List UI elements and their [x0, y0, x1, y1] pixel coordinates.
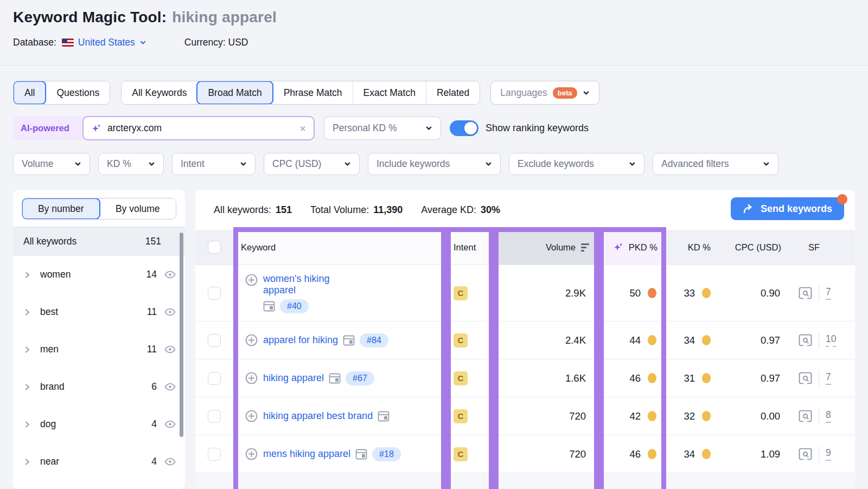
group-item-best[interactable]: best 11 — [13, 293, 185, 331]
chevron-right-icon[interactable] — [23, 383, 31, 391]
eye-icon[interactable] — [164, 455, 176, 468]
intent-badge[interactable]: C — [454, 371, 468, 385]
sf-count[interactable]: 10 — [826, 333, 836, 347]
ranking-badge[interactable]: #67 — [346, 371, 374, 385]
column-sf[interactable]: SF — [790, 230, 855, 265]
send-keywords-button[interactable]: Send keywords — [731, 197, 844, 220]
add-keyword-icon[interactable] — [245, 409, 258, 423]
filter-include-keywords[interactable]: Include keywords — [368, 153, 501, 175]
serp-preview-icon[interactable] — [799, 372, 812, 384]
eye-icon[interactable] — [164, 306, 176, 318]
column-pkd[interactable]: PKD % — [599, 230, 666, 265]
personal-kd-dropdown[interactable]: Personal KD % — [324, 117, 441, 140]
row-checkbox[interactable] — [208, 287, 221, 300]
serp-icon[interactable] — [355, 449, 367, 460]
group-item-women[interactable]: women 14 — [13, 256, 185, 293]
group-item-dog[interactable]: dog 4 — [13, 406, 185, 443]
column-kd[interactable]: KD % — [666, 230, 720, 265]
us-flag-icon — [62, 38, 74, 47]
tab-related[interactable]: Related — [426, 81, 480, 104]
intent-badge[interactable]: C — [454, 409, 468, 423]
clear-search-icon[interactable]: × — [299, 123, 306, 134]
chevron-down-icon — [763, 160, 770, 168]
add-keyword-icon[interactable] — [245, 447, 258, 461]
ranking-badge[interactable]: #18 — [372, 447, 401, 461]
chevron-right-icon[interactable] — [23, 308, 31, 316]
ranking-badge[interactable]: #84 — [360, 333, 388, 348]
serp-icon[interactable] — [343, 335, 355, 346]
group-item-brand[interactable]: brand 6 — [13, 368, 185, 406]
serp-preview-icon[interactable] — [799, 287, 812, 299]
pkd-dot — [648, 373, 656, 383]
add-keyword-icon[interactable] — [245, 333, 258, 347]
keyword-link[interactable]: women's hiking apparel — [263, 273, 360, 296]
all-keywords-row[interactable]: All keywords 151 — [13, 227, 185, 256]
sf-count[interactable]: 7 — [826, 371, 831, 385]
sort-desc-icon — [581, 243, 589, 252]
tab-exact-match[interactable]: Exact Match — [353, 81, 426, 104]
filter-exclude-keywords[interactable]: Exclude keywords — [509, 153, 644, 175]
sidebar-scrollbar[interactable] — [180, 233, 183, 437]
tab-questions[interactable]: Questions — [46, 81, 110, 104]
filter-kd[interactable]: KD % — [98, 153, 164, 175]
select-all-checkbox[interactable] — [208, 241, 221, 254]
filter-intent[interactable]: Intent — [172, 153, 256, 175]
eye-icon[interactable] — [164, 418, 176, 430]
intent-badge[interactable]: C — [454, 447, 468, 461]
tab-phrase-match[interactable]: Phrase Match — [273, 81, 353, 104]
tab-all[interactable]: All — [13, 81, 46, 105]
sf-count[interactable]: 9 — [826, 447, 831, 461]
eye-icon[interactable] — [164, 343, 176, 356]
keyword-link[interactable]: hiking apparel — [263, 372, 324, 384]
chevron-right-icon[interactable] — [23, 421, 31, 428]
toggle-knob — [464, 122, 477, 134]
serp-preview-icon[interactable] — [799, 334, 812, 346]
serp-icon[interactable] — [378, 411, 390, 422]
group-item-near[interactable]: near 4 — [13, 443, 185, 480]
keyword-link[interactable]: mens hiking apparel — [263, 448, 350, 460]
keyword-link[interactable]: hiking apparel best brand — [263, 410, 373, 422]
add-keyword-icon[interactable] — [245, 371, 258, 385]
column-keyword[interactable]: Keyword — [233, 230, 446, 265]
intent-badge[interactable]: C — [454, 333, 468, 348]
add-keyword-icon[interactable] — [245, 273, 258, 287]
ai-powered-label: AI-powered — [13, 123, 69, 133]
chevron-right-icon[interactable] — [23, 458, 31, 466]
sf-count[interactable]: 8 — [826, 409, 831, 423]
cpc-value: 0.97 — [720, 372, 790, 384]
row-checkbox[interactable] — [208, 372, 221, 385]
chevron-right-icon[interactable] — [23, 271, 31, 279]
tab-all-keywords[interactable]: All Keywords — [122, 81, 197, 104]
tab-by-volume[interactable]: By volume — [100, 198, 176, 219]
serp-preview-icon[interactable] — [799, 410, 812, 422]
table-next-row-partial — [195, 473, 855, 489]
group-item-men[interactable]: men 11 — [13, 331, 185, 368]
filter-cpc[interactable]: CPC (USD) — [264, 153, 360, 175]
serp-icon[interactable] — [263, 301, 275, 312]
serp-icon[interactable] — [329, 373, 341, 384]
keyword-link[interactable]: apparel for hiking — [263, 334, 338, 346]
column-cpc[interactable]: CPC (USD) — [720, 230, 790, 265]
chevron-down-icon — [425, 125, 432, 132]
filter-advanced[interactable]: Advanced filters — [653, 153, 778, 175]
row-checkbox[interactable] — [208, 334, 221, 347]
tab-broad-match[interactable]: Broad Match — [196, 81, 273, 105]
volume-value: 720 — [494, 448, 599, 460]
serp-preview-icon[interactable] — [799, 448, 812, 460]
sf-count[interactable]: 7 — [826, 286, 831, 300]
ranking-badge[interactable]: #40 — [280, 299, 309, 313]
search-input[interactable]: arcteryx.com × — [82, 116, 315, 140]
filter-volume[interactable]: Volume — [13, 153, 90, 175]
tab-by-number[interactable]: By number — [22, 198, 100, 220]
column-intent[interactable]: Intent — [446, 230, 494, 265]
show-ranking-toggle[interactable] — [450, 120, 478, 136]
database-select[interactable]: United States — [78, 37, 146, 48]
languages-dropdown[interactable]: Languages beta — [490, 81, 599, 105]
chevron-right-icon[interactable] — [23, 346, 31, 353]
eye-icon[interactable] — [164, 268, 176, 281]
column-volume[interactable]: Volume — [494, 230, 599, 265]
row-checkbox[interactable] — [208, 448, 221, 461]
eye-icon[interactable] — [164, 381, 176, 393]
intent-badge[interactable]: C — [454, 286, 468, 300]
row-checkbox[interactable] — [208, 410, 221, 423]
